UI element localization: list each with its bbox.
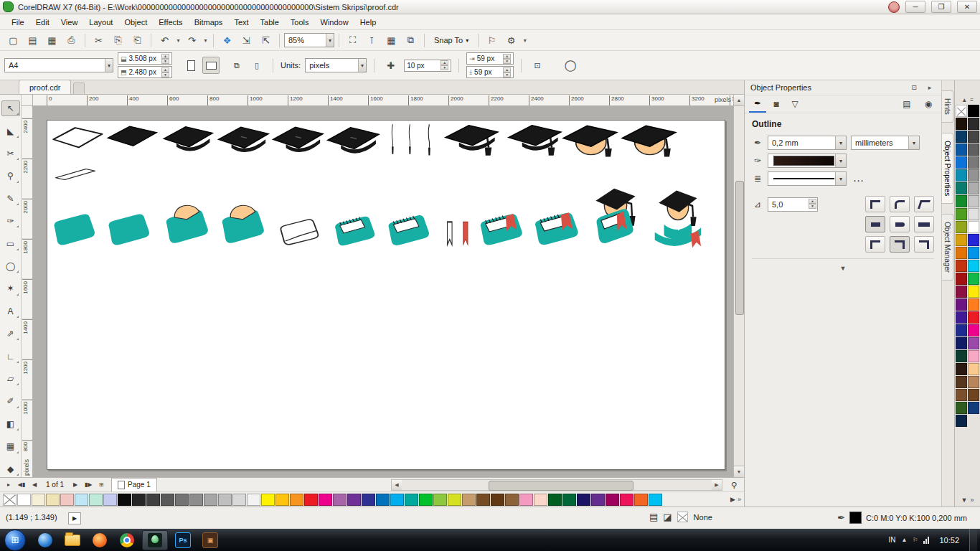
next-page-button[interactable]: ▶ <box>70 479 81 491</box>
canvas-object-book-pages[interactable] <box>388 215 429 245</box>
color-swatch[interactable] <box>968 286 979 298</box>
miter-corner-button[interactable] <box>865 196 885 212</box>
add-page-button[interactable]: ⊞ <box>95 479 107 491</box>
chevron-down-icon[interactable]: ▾ <box>835 172 846 185</box>
color-swatch[interactable] <box>956 169 967 182</box>
color-swatch[interactable] <box>103 494 117 506</box>
menu-object[interactable]: Object <box>118 16 153 29</box>
color-swatch[interactable] <box>405 494 418 506</box>
chrome-icon[interactable] <box>115 531 139 550</box>
chevron-down-icon[interactable]: ▾ <box>358 59 366 72</box>
color-swatch[interactable] <box>956 131 967 143</box>
color-swatch[interactable] <box>968 195 979 207</box>
units-select[interactable]: pixels ▾ <box>305 58 367 72</box>
color-swatch[interactable] <box>968 337 979 349</box>
color-swatch[interactable] <box>32 494 45 506</box>
canvas-object-book-teal[interactable] <box>108 214 149 245</box>
color-swatch[interactable] <box>60 494 74 506</box>
color-swatch[interactable] <box>956 286 967 298</box>
round-corner-button[interactable] <box>890 196 910 212</box>
current-page-button[interactable]: ▯ <box>248 57 265 74</box>
minimize-button[interactable]: ─ <box>905 1 925 13</box>
previous-page-button[interactable]: ◀ <box>29 479 40 491</box>
import-button[interactable]: ⇲ <box>237 32 255 50</box>
color-swatch[interactable] <box>968 402 979 414</box>
outline-units-select[interactable]: millimeters ▾ <box>851 136 920 150</box>
canvas-object-grad-book[interactable] <box>595 189 635 243</box>
color-swatch[interactable] <box>419 494 433 506</box>
color-swatch[interactable] <box>275 494 289 506</box>
color-swatch[interactable] <box>968 182 979 194</box>
menu-layout[interactable]: Layout <box>83 16 118 29</box>
color-swatch[interactable] <box>956 415 967 427</box>
media-player-icon[interactable] <box>33 531 57 550</box>
tab-outline[interactable]: ✒ <box>749 95 766 113</box>
color-swatch[interactable] <box>968 156 979 169</box>
miter-limit-field[interactable]: 5,0 ▲▼ <box>768 197 818 212</box>
color-swatch[interactable] <box>433 494 447 506</box>
page-width-field[interactable]: ⬓ 3.508 px ▲▼ <box>118 52 172 65</box>
redo-button[interactable]: ↷ <box>183 32 201 50</box>
print-button[interactable]: ⎙ <box>62 32 80 50</box>
color-swatch[interactable] <box>46 494 60 506</box>
menu-window[interactable]: Window <box>315 16 354 29</box>
menu-help[interactable]: Help <box>354 16 382 29</box>
horizontal-scrollbar-thumb[interactable] <box>489 481 633 491</box>
palette-options-icon[interactable]: ≡ <box>970 97 974 103</box>
palette-scroll-down-icon[interactable]: ▼ <box>961 496 968 504</box>
restore-button[interactable]: ❐ <box>931 1 951 13</box>
color-swatch[interactable] <box>956 143 967 156</box>
fullscreen-preview-button[interactable]: ⛶ <box>344 32 362 50</box>
line-style-settings-button[interactable]: ... <box>851 174 867 183</box>
color-swatch[interactable] <box>218 494 232 506</box>
butt-cap-button[interactable] <box>865 216 885 232</box>
canvas-object-cap-black[interactable] <box>108 126 156 146</box>
color-swatch[interactable] <box>519 494 533 506</box>
menu-view[interactable]: View <box>55 16 84 29</box>
canvas-object-cap-band[interactable] <box>164 127 212 151</box>
color-swatch[interactable] <box>132 494 146 506</box>
color-swatch[interactable] <box>505 494 519 506</box>
chevron-down-icon[interactable]: ▾ <box>835 136 846 149</box>
canvas-object-book-pages[interactable] <box>335 217 374 246</box>
tray-expand-icon[interactable]: ▲ <box>901 537 907 543</box>
color-swatch[interactable] <box>319 494 332 506</box>
bevel-corner-button[interactable] <box>914 196 934 212</box>
arrow-start-button[interactable] <box>865 236 885 253</box>
color-swatch[interactable] <box>968 221 979 233</box>
paste-button[interactable]: ⎗ <box>128 32 146 50</box>
color-swatch[interactable] <box>968 324 979 336</box>
color-swatch[interactable] <box>968 118 979 130</box>
nudge-field[interactable]: 10 px ▲▼ <box>404 60 451 72</box>
color-swatch[interactable] <box>968 260 979 272</box>
color-swatch[interactable] <box>968 298 979 311</box>
chevron-down-icon[interactable]: ▾ <box>835 154 846 167</box>
docker-expand-icon[interactable]: ▼ <box>745 265 941 272</box>
open-button[interactable]: ▤ <box>24 32 42 50</box>
welcome-screen-button[interactable]: ⚐ <box>483 32 501 50</box>
duplicate-x-field[interactable]: ⇥ 59 px ▲▼ <box>466 52 514 65</box>
color-swatch[interactable] <box>649 494 662 506</box>
canvas-object-cap-outline[interactable] <box>53 128 102 147</box>
color-swatch[interactable] <box>956 324 967 336</box>
spinner-icon[interactable]: ▲▼ <box>503 67 511 77</box>
color-swatch[interactable] <box>304 494 318 506</box>
canvas-object-cap-knob[interactable] <box>219 127 269 152</box>
navigator-zoom-icon[interactable]: ⚲ <box>727 479 740 491</box>
color-swatch[interactable] <box>956 389 967 401</box>
taskbar-clock[interactable]: 10:52 <box>935 536 963 545</box>
all-pages-button[interactable]: ⧉ <box>228 57 245 74</box>
first-page-button[interactable]: ◀▮ <box>16 479 27 491</box>
freehand-tool[interactable]: ✎ <box>1 191 20 207</box>
color-swatch[interactable] <box>146 494 160 506</box>
canvas-object-cap-knob[interactable] <box>273 127 324 152</box>
scroll-down-icon[interactable]: ▼ <box>734 466 744 477</box>
menu-edit[interactable]: Edit <box>30 16 55 29</box>
vertical-scrollbar[interactable]: ▲ ▼ <box>733 95 744 477</box>
status-play-icon[interactable]: ▶ <box>68 512 81 524</box>
color-swatch[interactable] <box>548 494 562 506</box>
menu-text[interactable]: Text <box>228 16 254 29</box>
ruler-origin-button[interactable] <box>22 95 33 106</box>
canvas-object-book-teal[interactable] <box>54 214 95 245</box>
redo-dropdown-icon[interactable]: ▾ <box>202 32 209 49</box>
